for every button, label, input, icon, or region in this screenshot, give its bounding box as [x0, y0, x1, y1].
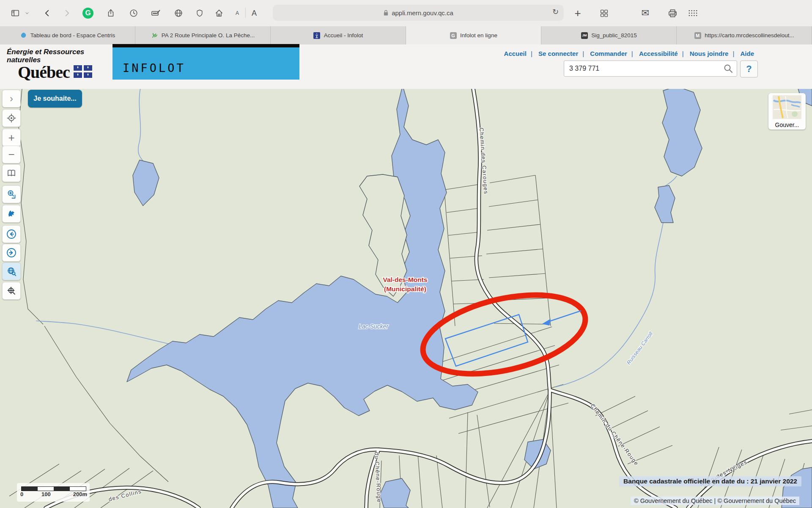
legend-book-button[interactable]: [2, 164, 21, 182]
nav-accessibilite[interactable]: Accessibilité: [639, 50, 678, 57]
tab-espace-centris[interactable]: Tableau de bord - Espace Centris: [0, 26, 135, 44]
nav-accueil[interactable]: Accueil: [504, 50, 527, 57]
url-bar[interactable]: appli.mern.gouv.qc.ca ↻: [273, 5, 564, 21]
sidebar-toggle-icon[interactable]: [7, 6, 24, 20]
cadastre-date-notice: Banque cadastrale officielle en date du …: [619, 476, 801, 486]
leaf-icon: [151, 32, 158, 39]
search-icon[interactable]: [723, 64, 733, 75]
nav-se-connecter[interactable]: Se connecter: [538, 50, 578, 57]
fleur-de-lis-icon: [313, 32, 321, 39]
tab-label: Accueil - Infolot: [324, 32, 363, 39]
url-text: appli.mern.gouv.qc.ca: [392, 9, 453, 17]
lot-search-box: [564, 61, 737, 77]
overview-map-image: [773, 95, 801, 119]
municipality-label-line1: Val-des-Monts: [383, 276, 427, 283]
nav-nous-joindre[interactable]: Nous joindre: [690, 50, 729, 57]
locate-button[interactable]: [2, 109, 21, 127]
jmap-icon: JM: [581, 32, 588, 39]
tab-bar: Tableau de bord - Espace Centris PA 2 Ro…: [0, 26, 812, 44]
quebec-wordmark: Québec: [18, 65, 70, 80]
tab-label: PA 2 Route Principale O. La Pêche...: [162, 32, 255, 39]
chevron-down-icon[interactable]: [22, 6, 32, 20]
tab-label: https://carto.mrcdescollinesdelout...: [705, 32, 794, 39]
tab-label: Infolot en ligne: [460, 32, 497, 39]
tab-overview-icon[interactable]: [595, 6, 612, 20]
shield-icon[interactable]: [191, 6, 208, 20]
g-icon: G: [450, 32, 457, 39]
toolbar-divider: [245, 8, 246, 18]
tab-infolot-en-ligne[interactable]: G Infolot en ligne: [406, 26, 541, 44]
tab-label: Sig_public_82015: [591, 32, 636, 39]
zoom-out-button[interactable]: −: [2, 146, 21, 163]
overview-map-card[interactable]: Gouver...: [768, 93, 806, 130]
apps-grid-icon[interactable]: [684, 6, 701, 20]
mail-icon[interactable]: ✉: [637, 6, 654, 20]
scale-zero: 0: [20, 491, 23, 497]
header-nav: Accueil| Se connecter| Commander| Access…: [502, 50, 756, 57]
previous-view-button[interactable]: [2, 225, 21, 243]
grammarly-icon[interactable]: G: [80, 6, 96, 20]
water-patch: [662, 89, 702, 176]
print-icon[interactable]: [664, 6, 681, 20]
copyright-notice: © Gouvernement du Québec | © Gouvernemen…: [631, 497, 799, 505]
app-header: Énergie et Ressources naturelles Québec: [0, 44, 812, 89]
app-title: INFOLOT: [123, 61, 186, 75]
overview-caption: Gouver...: [771, 121, 804, 128]
forward-icon[interactable]: [58, 6, 75, 20]
back-icon[interactable]: [39, 6, 56, 20]
help-button[interactable]: ?: [740, 61, 758, 77]
privacy-globe-icon[interactable]: [170, 6, 187, 20]
lot-search-input[interactable]: [568, 61, 718, 76]
tab-sig-public[interactable]: JM Sig_public_82015: [541, 26, 677, 44]
expand-panel-button[interactable]: ›: [2, 90, 21, 108]
home-icon[interactable]: [211, 6, 228, 20]
infolot-title-band: INFOLOT: [112, 44, 299, 80]
tab-carto-mrc[interactable]: M https://carto.mrcdescollinesdelout...: [677, 26, 812, 44]
text-smaller-icon[interactable]: A: [232, 6, 243, 20]
history-icon[interactable]: [125, 6, 142, 20]
tab-la-peche[interactable]: PA 2 Route Principale O. La Pêche...: [135, 26, 271, 44]
map-canvas[interactable]: Chemin des Carouges Chemin du Chêne-Roug…: [0, 89, 812, 508]
zoom-selection-button[interactable]: [2, 185, 21, 203]
quebec-flag-icon: [73, 65, 93, 80]
je-souhaite-button[interactable]: Je souhaite...: [28, 90, 82, 108]
tab-label: Tableau de bord - Espace Centris: [30, 32, 115, 39]
tab-accueil-infolot[interactable]: Accueil - Infolot: [271, 26, 406, 44]
new-tab-icon[interactable]: +: [569, 6, 586, 20]
browser-toolbar: G A A appli.mern.gouv.qc.ca ↻ + ✉: [0, 0, 812, 27]
lake-label: Lac Sucker: [359, 323, 389, 330]
next-view-button[interactable]: [2, 244, 21, 262]
zoom-coordinates-button[interactable]: [2, 282, 21, 300]
scale-two-hundred: 200m: [73, 491, 87, 497]
scale-hundred: 100: [41, 491, 51, 497]
scale-bar-segments: [21, 486, 86, 491]
global-search-button[interactable]: [2, 262, 21, 280]
text-larger-icon[interactable]: A: [248, 6, 261, 20]
municipality-label-line2: (Municipalité): [384, 285, 426, 293]
zoom-in-button[interactable]: +: [2, 129, 21, 146]
nav-aide[interactable]: Aide: [740, 50, 754, 57]
refresh-icon[interactable]: ↻: [552, 7, 559, 17]
nav-commander[interactable]: Commander: [590, 50, 627, 57]
scale-bar: 0 100 200m: [17, 483, 90, 502]
logo-line1: Énergie et Ressources: [7, 48, 93, 56]
autofill-icon[interactable]: [147, 6, 164, 20]
centris-icon: [20, 32, 27, 39]
share-icon[interactable]: [102, 6, 119, 20]
full-extent-quebec-button[interactable]: [2, 205, 21, 223]
map-area: Chemin des Carouges Chemin du Chêne-Roug…: [0, 89, 812, 508]
m-icon: M: [694, 32, 701, 39]
quebec-government-logo: Énergie et Ressources naturelles Québec: [7, 48, 93, 80]
lock-icon: [383, 10, 389, 16]
